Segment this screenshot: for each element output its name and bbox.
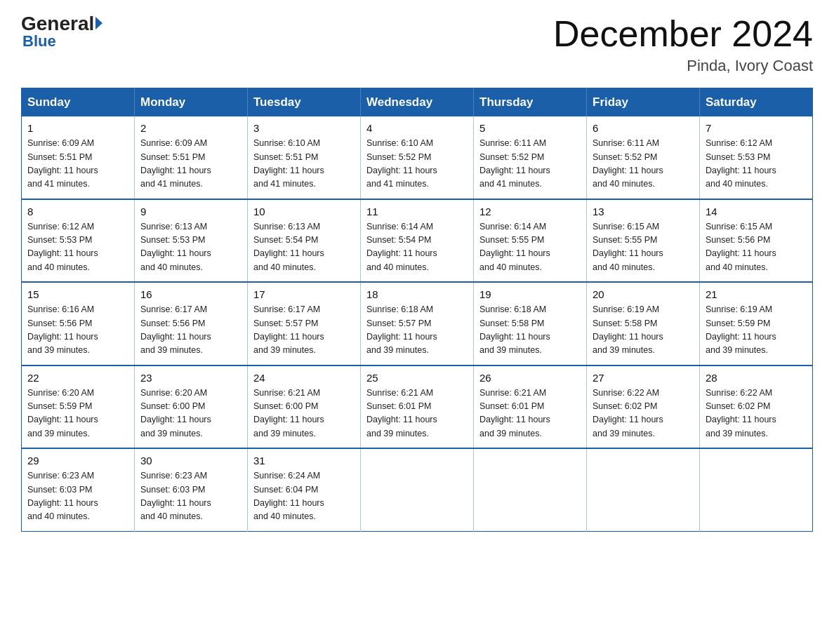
day-number: 17 [253, 288, 355, 300]
day-number: 7 [706, 122, 807, 134]
calendar-cell [361, 448, 474, 531]
calendar-week-1: 1Sunrise: 6:09 AM Sunset: 5:51 PM Daylig… [22, 116, 813, 199]
day-info: Sunrise: 6:18 AM Sunset: 5:57 PM Dayligh… [366, 303, 468, 358]
day-info: Sunrise: 6:21 AM Sunset: 6:01 PM Dayligh… [479, 387, 581, 441]
title-block: December 2024 Pinda, Ivory Coast [553, 14, 813, 75]
calendar-cell: 20Sunrise: 6:19 AM Sunset: 5:58 PM Dayli… [587, 282, 700, 365]
calendar-cell [587, 448, 700, 531]
day-info: Sunrise: 6:18 AM Sunset: 5:58 PM Dayligh… [479, 303, 581, 358]
day-number: 5 [479, 122, 581, 134]
day-info: Sunrise: 6:22 AM Sunset: 6:02 PM Dayligh… [593, 387, 694, 441]
day-number: 8 [27, 206, 128, 217]
day-number: 4 [366, 122, 468, 134]
day-number: 19 [479, 288, 581, 300]
day-number: 20 [593, 288, 694, 300]
day-info: Sunrise: 6:21 AM Sunset: 6:01 PM Dayligh… [366, 387, 468, 441]
day-info: Sunrise: 6:10 AM Sunset: 5:52 PM Dayligh… [366, 137, 468, 192]
calendar-cell: 10Sunrise: 6:13 AM Sunset: 5:54 PM Dayli… [248, 199, 361, 283]
day-info: Sunrise: 6:12 AM Sunset: 5:53 PM Dayligh… [706, 137, 807, 192]
logo: General Blue [21, 14, 102, 51]
calendar-cell: 16Sunrise: 6:17 AM Sunset: 5:56 PM Dayli… [135, 282, 248, 365]
calendar-cell: 13Sunrise: 6:15 AM Sunset: 5:55 PM Dayli… [587, 199, 700, 283]
day-info: Sunrise: 6:13 AM Sunset: 5:54 PM Dayligh… [253, 220, 355, 275]
page-header: General Blue December 2024 Pinda, Ivory … [21, 14, 813, 75]
day-number: 9 [140, 206, 241, 217]
calendar-cell [700, 448, 813, 531]
day-number: 29 [27, 455, 128, 467]
day-info: Sunrise: 6:14 AM Sunset: 5:54 PM Dayligh… [366, 220, 468, 275]
calendar-header-friday: Friday [587, 88, 700, 117]
day-number: 27 [593, 372, 694, 384]
calendar-cell: 9Sunrise: 6:13 AM Sunset: 5:53 PM Daylig… [135, 199, 248, 283]
day-number: 2 [140, 122, 241, 134]
calendar-cell: 1Sunrise: 6:09 AM Sunset: 5:51 PM Daylig… [22, 116, 135, 199]
calendar-cell: 31Sunrise: 6:24 AM Sunset: 6:04 PM Dayli… [248, 448, 361, 531]
day-info: Sunrise: 6:24 AM Sunset: 6:04 PM Dayligh… [253, 469, 355, 524]
day-info: Sunrise: 6:23 AM Sunset: 6:03 PM Dayligh… [27, 469, 128, 524]
calendar-cell: 15Sunrise: 6:16 AM Sunset: 5:56 PM Dayli… [22, 282, 135, 365]
calendar-cell: 12Sunrise: 6:14 AM Sunset: 5:55 PM Dayli… [474, 199, 587, 283]
day-info: Sunrise: 6:11 AM Sunset: 5:52 PM Dayligh… [479, 137, 581, 192]
calendar-cell: 18Sunrise: 6:18 AM Sunset: 5:57 PM Dayli… [361, 282, 474, 365]
calendar-cell: 26Sunrise: 6:21 AM Sunset: 6:01 PM Dayli… [474, 365, 587, 449]
day-info: Sunrise: 6:19 AM Sunset: 5:59 PM Dayligh… [706, 303, 807, 358]
day-number: 14 [706, 206, 807, 217]
day-number: 6 [593, 122, 694, 134]
day-number: 22 [27, 372, 128, 384]
day-number: 30 [140, 455, 241, 467]
day-info: Sunrise: 6:22 AM Sunset: 6:02 PM Dayligh… [706, 387, 807, 441]
calendar-cell: 30Sunrise: 6:23 AM Sunset: 6:03 PM Dayli… [135, 448, 248, 531]
day-info: Sunrise: 6:23 AM Sunset: 6:03 PM Dayligh… [140, 469, 241, 524]
day-number: 11 [366, 206, 468, 217]
calendar-cell: 17Sunrise: 6:17 AM Sunset: 5:57 PM Dayli… [248, 282, 361, 365]
day-info: Sunrise: 6:17 AM Sunset: 5:57 PM Dayligh… [253, 303, 355, 358]
calendar-week-2: 8Sunrise: 6:12 AM Sunset: 5:53 PM Daylig… [22, 199, 813, 283]
calendar-header-sunday: Sunday [22, 88, 135, 117]
day-number: 12 [479, 206, 581, 217]
month-title: December 2024 [553, 14, 813, 54]
calendar-cell: 6Sunrise: 6:11 AM Sunset: 5:52 PM Daylig… [587, 116, 700, 199]
day-number: 1 [27, 122, 128, 134]
day-info: Sunrise: 6:20 AM Sunset: 5:59 PM Dayligh… [27, 387, 128, 441]
logo-general: General [21, 14, 94, 34]
day-number: 26 [479, 372, 581, 384]
day-info: Sunrise: 6:12 AM Sunset: 5:53 PM Dayligh… [27, 220, 128, 275]
day-info: Sunrise: 6:11 AM Sunset: 5:52 PM Dayligh… [593, 137, 694, 192]
calendar-cell: 21Sunrise: 6:19 AM Sunset: 5:59 PM Dayli… [700, 282, 813, 365]
calendar-cell: 27Sunrise: 6:22 AM Sunset: 6:02 PM Dayli… [587, 365, 700, 449]
calendar-week-3: 15Sunrise: 6:16 AM Sunset: 5:56 PM Dayli… [22, 282, 813, 365]
day-number: 3 [253, 122, 355, 134]
day-number: 15 [27, 288, 128, 300]
day-info: Sunrise: 6:19 AM Sunset: 5:58 PM Dayligh… [593, 303, 694, 358]
day-number: 10 [253, 206, 355, 217]
calendar-cell: 3Sunrise: 6:10 AM Sunset: 5:51 PM Daylig… [248, 116, 361, 199]
day-info: Sunrise: 6:21 AM Sunset: 6:00 PM Dayligh… [253, 387, 355, 441]
calendar-cell: 8Sunrise: 6:12 AM Sunset: 5:53 PM Daylig… [22, 199, 135, 283]
calendar-header-monday: Monday [135, 88, 248, 117]
day-number: 18 [366, 288, 468, 300]
calendar-cell: 23Sunrise: 6:20 AM Sunset: 6:00 PM Dayli… [135, 365, 248, 449]
day-number: 24 [253, 372, 355, 384]
calendar-header-row: SundayMondayTuesdayWednesdayThursdayFrid… [22, 88, 813, 117]
day-number: 21 [706, 288, 807, 300]
calendar-header-thursday: Thursday [474, 88, 587, 117]
day-number: 31 [253, 455, 355, 467]
calendar-cell: 29Sunrise: 6:23 AM Sunset: 6:03 PM Dayli… [22, 448, 135, 531]
day-info: Sunrise: 6:09 AM Sunset: 5:51 PM Dayligh… [27, 137, 128, 192]
location: Pinda, Ivory Coast [553, 57, 813, 75]
day-number: 13 [593, 206, 694, 217]
calendar-cell: 28Sunrise: 6:22 AM Sunset: 6:02 PM Dayli… [700, 365, 813, 449]
calendar-header-saturday: Saturday [700, 88, 813, 117]
calendar-week-5: 29Sunrise: 6:23 AM Sunset: 6:03 PM Dayli… [22, 448, 813, 531]
calendar-cell: 24Sunrise: 6:21 AM Sunset: 6:00 PM Dayli… [248, 365, 361, 449]
calendar-table: SundayMondayTuesdayWednesdayThursdayFrid… [21, 88, 813, 532]
logo-arrow-icon [95, 17, 102, 29]
calendar-cell: 19Sunrise: 6:18 AM Sunset: 5:58 PM Dayli… [474, 282, 587, 365]
day-info: Sunrise: 6:17 AM Sunset: 5:56 PM Dayligh… [140, 303, 241, 358]
day-number: 23 [140, 372, 241, 384]
day-number: 28 [706, 372, 807, 384]
calendar-cell: 4Sunrise: 6:10 AM Sunset: 5:52 PM Daylig… [361, 116, 474, 199]
calendar-cell: 14Sunrise: 6:15 AM Sunset: 5:56 PM Dayli… [700, 199, 813, 283]
day-info: Sunrise: 6:16 AM Sunset: 5:56 PM Dayligh… [27, 303, 128, 358]
calendar-cell: 22Sunrise: 6:20 AM Sunset: 5:59 PM Dayli… [22, 365, 135, 449]
